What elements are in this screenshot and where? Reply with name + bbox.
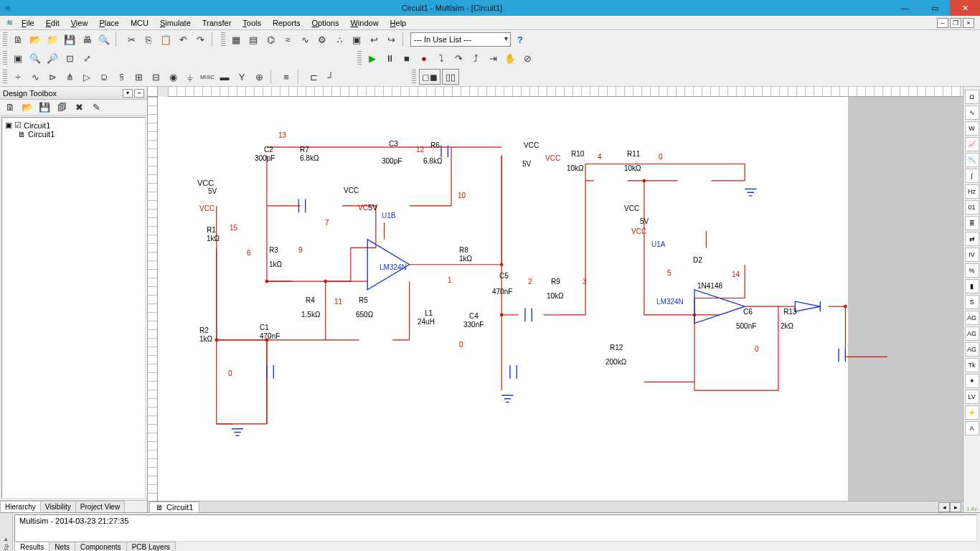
tb-new-icon[interactable]: 🗎 <box>2 100 18 116</box>
instr-iv-icon[interactable]: IV <box>965 248 979 262</box>
place-rf-icon[interactable]: Y <box>234 69 250 85</box>
instr-distortion-icon[interactable]: % <box>965 263 979 278</box>
place-bus-icon[interactable]: ≡ <box>278 69 294 85</box>
canvas-tab-circuit1[interactable]: 🗎Circuit1 <box>149 501 199 513</box>
instr-freq-counter-icon[interactable]: Hz <box>965 184 979 199</box>
instr-tek-scope-icon[interactable]: Tk <box>965 358 979 372</box>
breakpoint-icon[interactable]: ✋ <box>502 50 518 66</box>
instr-oscilloscope-icon[interactable]: 📈 <box>965 137 979 151</box>
step-into-icon[interactable]: ⤵ <box>433 50 449 66</box>
database-icon[interactable]: ⌬ <box>263 32 278 47</box>
toolbar-grip[interactable] <box>412 70 416 84</box>
instr-ag-funcgen-icon[interactable]: AG <box>965 311 979 325</box>
zoom-in-icon[interactable]: 🔍 <box>27 50 43 66</box>
menu-transfer[interactable]: Transfer <box>197 17 237 29</box>
help-icon[interactable]: ? <box>512 32 528 47</box>
place-ttl-icon[interactable]: ⫒ <box>96 69 112 85</box>
tab-project-view[interactable]: Project View <box>75 501 125 512</box>
back-annotate-icon[interactable]: ↩ <box>366 32 382 47</box>
toolbox-pin-button[interactable]: ▾ <box>123 89 133 98</box>
tab-results[interactable]: Results <box>14 542 50 551</box>
new-icon[interactable]: 🗎 <box>10 32 26 47</box>
menu-mcu[interactable]: MCU <box>125 17 154 29</box>
tab-visibility[interactable]: Visibility <box>40 501 76 512</box>
place-advanced-icon[interactable]: ▬ <box>217 69 232 85</box>
step-over-icon[interactable]: ↷ <box>451 50 466 66</box>
zoom-area-icon[interactable]: ⊡ <box>62 50 77 66</box>
instr-ag-mm-icon[interactable]: AG <box>965 326 979 341</box>
design-tree[interactable]: ▣☑ Circuit1 🗎 Circuit1 <box>1 117 146 499</box>
step-to-icon[interactable]: ⇥ <box>485 50 501 66</box>
grapher-icon[interactable]: ≈ <box>280 32 296 47</box>
instr-multimeter-icon[interactable]: Ω <box>965 90 979 104</box>
place-electromech-icon[interactable]: ⊕ <box>251 69 267 85</box>
run-icon[interactable]: ▶ <box>364 50 380 66</box>
elec-rules-icon[interactable]: ⛬ <box>331 32 347 47</box>
print-icon[interactable]: 🖶 <box>79 32 95 47</box>
spreadsheet-collapse-button[interactable]: ▴ <box>4 535 8 542</box>
tb-open-icon[interactable]: 📂 <box>19 100 35 116</box>
instr-logic-conv-icon[interactable]: ⇄ <box>965 232 979 246</box>
menu-help[interactable]: Help <box>385 17 413 29</box>
tree-expand-icon[interactable]: ▣ <box>5 121 12 130</box>
place-transistor-icon[interactable]: ⋔ <box>62 69 77 85</box>
menu-window[interactable]: Window <box>344 17 384 29</box>
toolbar-grip[interactable] <box>357 51 362 65</box>
tab-nets[interactable]: Nets <box>49 542 75 551</box>
tb-rename-icon[interactable]: ✎ <box>88 100 104 116</box>
place-power-icon[interactable]: ⏚ <box>182 69 198 85</box>
hscroll-right-button[interactable]: ▸ <box>950 502 961 512</box>
place-misc-digital-icon[interactable]: ⊞ <box>131 69 146 85</box>
mdi-minimize-button[interactable]: – <box>937 18 948 28</box>
paste-icon[interactable]: 📋 <box>158 32 174 47</box>
menu-place[interactable]: Place <box>93 17 125 29</box>
maximize-button[interactable]: ▭ <box>920 0 950 16</box>
menu-reports[interactable]: Reports <box>267 17 306 29</box>
record-icon[interactable]: ● <box>416 50 432 66</box>
tab-pcb-layers[interactable]: PCB Layers <box>126 542 176 551</box>
junction-icon[interactable]: ┘ <box>323 69 339 85</box>
save-icon[interactable]: 💾 <box>62 32 77 47</box>
hscroll-left-button[interactable]: ◂ <box>938 502 950 512</box>
instr-current-probe-icon[interactable]: A <box>965 421 979 435</box>
instr-wordgen-icon[interactable]: 01 <box>965 200 979 215</box>
tree-root[interactable]: Circuit1 <box>24 121 50 130</box>
stop-icon[interactable]: ■ <box>399 50 415 66</box>
open-icon[interactable]: 📂 <box>27 32 43 47</box>
mdi-close-button[interactable]: × <box>963 18 974 28</box>
toggle-design-icon[interactable]: ▦ <box>228 32 244 47</box>
tb-saveall-icon[interactable]: 🗐 <box>54 100 70 116</box>
tb-close-icon[interactable]: ✖ <box>71 100 87 116</box>
tab-hierarchy[interactable]: Hierarchy <box>0 501 41 512</box>
hierarchical-icon[interactable]: ⊏ <box>306 69 321 85</box>
sim-toggle-icon[interactable]: ▯▯ <box>442 69 459 85</box>
instr-bode-icon[interactable]: ∫ <box>965 169 979 183</box>
print-preview-icon[interactable]: 🔍 <box>96 32 112 47</box>
instr-logic-analyzer-icon[interactable]: ≣ <box>965 216 979 230</box>
place-source-icon[interactable]: ÷ <box>10 69 26 85</box>
zoom-fit-icon[interactable]: ⤢ <box>79 50 95 66</box>
close-button[interactable]: ✕ <box>950 0 980 16</box>
menu-simulate[interactable]: Simulate <box>154 17 197 29</box>
instr-funcgen-icon[interactable]: ∿ <box>965 105 979 120</box>
pause-icon[interactable]: ⏸ <box>382 50 397 66</box>
undo-icon[interactable]: ↶ <box>175 32 191 47</box>
zoom-out-icon[interactable]: 🔎 <box>44 50 60 66</box>
mdi-restore-button[interactable]: ❐ <box>950 18 961 28</box>
place-indicator-icon[interactable]: ◉ <box>165 69 181 85</box>
menu-view[interactable]: View <box>65 17 94 29</box>
place-basic-icon[interactable]: ∿ <box>27 69 43 85</box>
tab-components[interactable]: Components <box>75 542 127 551</box>
toolbar-grip[interactable] <box>221 32 225 47</box>
menu-edit[interactable]: Edit <box>40 17 65 29</box>
schematic-canvas[interactable]: VCC 5V VCC R1 1kΩ R2 1kΩ C1 470nF 0 13 C… <box>158 97 963 501</box>
spreadsheet-icon[interactable]: ▤ <box>245 32 261 47</box>
redo-icon[interactable]: ↷ <box>192 32 208 47</box>
toolbar-grip[interactable] <box>3 70 7 84</box>
toolbar-grip[interactable] <box>3 32 7 47</box>
step-out-icon[interactable]: ⤴ <box>468 50 484 66</box>
postproc-icon[interactable]: ∿ <box>297 32 313 47</box>
full-screen-icon[interactable]: ▣ <box>10 50 26 66</box>
instr-wattmeter-icon[interactable]: W <box>965 121 979 136</box>
instr-ag-scope-icon[interactable]: AG <box>965 342 979 357</box>
